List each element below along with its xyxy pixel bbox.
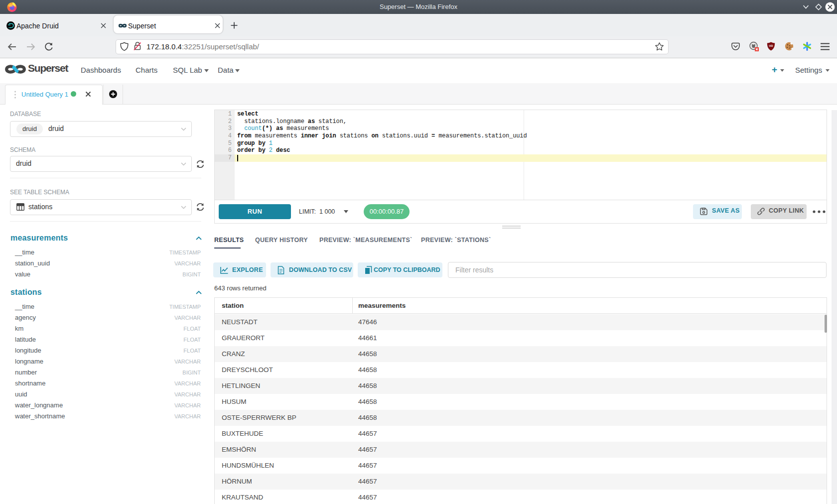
svg-text:UO: UO (769, 44, 773, 47)
